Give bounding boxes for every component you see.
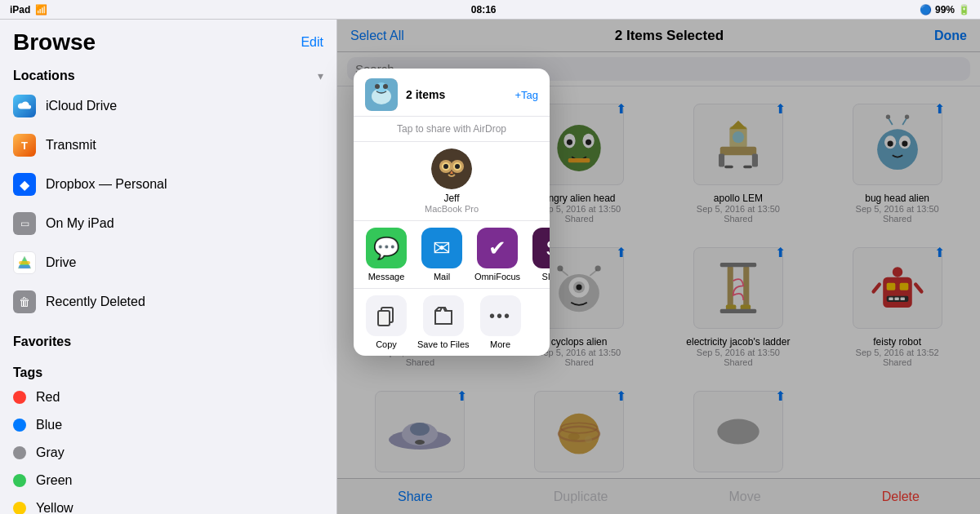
green-dot: [13, 474, 26, 487]
sidebar-item-drive[interactable]: Drive: [0, 243, 336, 282]
omnifocus-app-label: OmniFocus: [474, 272, 520, 281]
share-app-omnifocus[interactable]: ✔ OmniFocus: [473, 228, 522, 281]
locations-section-header: Locations ▾: [0, 62, 336, 86]
device-label: iPad: [10, 4, 30, 16]
tag-gray[interactable]: Gray: [0, 439, 336, 467]
sidebar: Browse Edit Locations ▾ iCloud Drive T T…: [0, 20, 337, 514]
tag-yellow-label: Yellow: [36, 501, 74, 514]
tag-gray-label: Gray: [36, 445, 65, 460]
sidebar-item-ipad[interactable]: ▭ On My iPad: [0, 204, 336, 243]
ipad-label: On My iPad: [46, 216, 114, 231]
yellow-dot: [13, 502, 26, 514]
favorites-section-header: Favorites: [0, 328, 336, 352]
battery-icon: 🔋: [958, 4, 970, 16]
share-tag-button[interactable]: +Tag: [514, 89, 538, 101]
svg-point-79: [443, 164, 448, 169]
drive-label: Drive: [46, 255, 76, 270]
svg-rect-2: [19, 265, 30, 268]
locations-chevron-icon[interactable]: ▾: [318, 69, 323, 82]
browse-title: Browse: [13, 29, 96, 55]
mail-app-icon: ✉: [421, 228, 462, 268]
dropbox-icon: ◆: [13, 173, 36, 196]
tag-yellow[interactable]: Yellow: [0, 494, 336, 514]
status-bar: iPad 📶 08:16 🔵 99% 🔋: [0, 0, 980, 20]
message-app-icon: 💬: [366, 228, 407, 268]
content-area: Select All 2 Items Selected Done: [337, 20, 980, 514]
more-action-label: More: [490, 339, 510, 349]
share-app-message[interactable]: 💬 Message: [362, 228, 411, 281]
tags-section-header: Tags: [0, 359, 336, 383]
sidebar-item-transmit[interactable]: T Transmit: [0, 126, 336, 165]
drive-icon: [13, 251, 36, 274]
status-time: 08:16: [471, 4, 497, 16]
red-dot: [13, 391, 26, 404]
airdrop-section: Tap to share with AirDrop: [354, 117, 550, 142]
share-app-mail[interactable]: ✉ Mail: [417, 228, 466, 281]
dropbox-label: Dropbox — Personal: [46, 177, 167, 192]
deleted-icon: 🗑: [13, 290, 36, 313]
transmit-label: Transmit: [46, 138, 96, 153]
share-actions: Copy Save to Files ••• More: [354, 288, 550, 356]
share-action-more[interactable]: ••• More: [476, 295, 525, 349]
deleted-label: Recently Deleted: [46, 295, 145, 309]
copy-action-icon: [366, 295, 407, 336]
gray-dot: [13, 446, 26, 459]
omnifocus-app-icon: ✔: [477, 228, 518, 268]
airdrop-person-device: MacBook Pro: [425, 204, 479, 214]
locations-label: Locations: [13, 69, 75, 83]
mail-app-label: Mail: [434, 272, 450, 281]
share-action-copy[interactable]: Copy: [362, 295, 411, 349]
share-action-save-files[interactable]: Save to Files: [417, 295, 470, 349]
tag-blue[interactable]: Blue: [0, 411, 336, 439]
share-items-count: 2 items: [406, 88, 445, 101]
tag-green-label: Green: [36, 473, 72, 488]
svg-point-72: [375, 84, 380, 89]
main-layout: Browse Edit Locations ▾ iCloud Drive T T…: [0, 20, 980, 514]
status-right: 🔵 99% 🔋: [920, 4, 970, 16]
save-files-action-label: Save to Files: [417, 339, 470, 349]
icloud-icon: [13, 95, 36, 117]
status-left: iPad 📶: [10, 4, 47, 16]
slack-app-label: Slack: [542, 272, 550, 281]
slack-app-icon: S: [532, 228, 550, 268]
sidebar-item-icloud[interactable]: iCloud Drive: [0, 86, 336, 126]
copy-action-label: Copy: [376, 339, 397, 349]
svg-rect-3: [19, 261, 30, 264]
share-app-slack[interactable]: S Slack: [528, 228, 550, 281]
save-files-action-icon: [423, 295, 464, 336]
share-apps: 💬 Message ✉ Mail ✔ OmniFocus S Slack: [354, 220, 550, 288]
icloud-label: iCloud Drive: [46, 99, 117, 113]
share-sheet-header: 2 items +Tag: [354, 69, 550, 117]
tag-red[interactable]: Red: [0, 383, 336, 411]
tags-label: Tags: [13, 366, 42, 380]
airdrop-person[interactable]: Jeff MacBook Pro: [354, 142, 550, 220]
svg-rect-83: [378, 311, 390, 326]
message-app-label: Message: [368, 272, 405, 281]
sidebar-item-recently-deleted[interactable]: 🗑 Recently Deleted: [0, 282, 336, 321]
share-avatar: [365, 78, 398, 111]
share-sheet-overlay: 2 items +Tag Tap to share with AirDrop: [337, 20, 980, 514]
bluetooth-icon: 🔵: [920, 4, 932, 16]
tags-list: Red Blue Gray Green Yellow Important: [0, 383, 336, 514]
share-sheet: 2 items +Tag Tap to share with AirDrop: [354, 69, 550, 356]
airdrop-person-name: Jeff: [443, 193, 459, 204]
more-action-icon: •••: [480, 295, 521, 336]
battery-label: 99%: [935, 4, 955, 16]
tag-red-label: Red: [36, 390, 60, 405]
sidebar-header: Browse Edit: [0, 20, 336, 62]
tag-blue-label: Blue: [36, 418, 62, 432]
wifi-icon: 📶: [35, 4, 47, 16]
favorites-label: Favorites: [13, 335, 71, 349]
tag-green[interactable]: Green: [0, 467, 336, 494]
edit-button[interactable]: Edit: [301, 35, 323, 50]
svg-point-80: [455, 164, 460, 169]
ipad-icon: ▭: [13, 212, 36, 235]
sidebar-item-dropbox[interactable]: ◆ Dropbox — Personal: [0, 165, 336, 204]
locations-list: iCloud Drive T Transmit ◆ Dropbox — Pers…: [0, 86, 336, 321]
transmit-icon: T: [13, 134, 36, 157]
airdrop-avatar: [431, 148, 472, 189]
svg-point-73: [383, 84, 388, 89]
blue-dot: [13, 419, 26, 432]
